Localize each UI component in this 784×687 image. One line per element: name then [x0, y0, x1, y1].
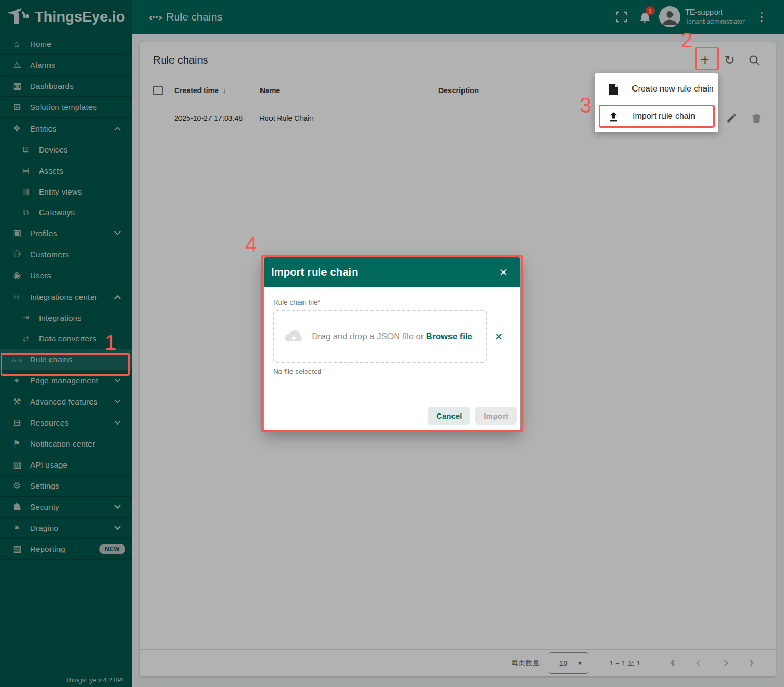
menu-item-create-new-rule-chain[interactable]: Create new rule chain — [595, 75, 718, 103]
no-file-selected-text: No file selected — [273, 368, 511, 376]
menu-item-label: Create new rule chain — [632, 84, 714, 94]
file-dropzone[interactable]: Drag and drop a JSON file or Browse file — [273, 310, 487, 363]
cancel-button[interactable]: Cancel — [428, 407, 470, 425]
file-icon — [609, 84, 618, 95]
dialog-header: Import rule chain ✕ — [264, 257, 520, 287]
rule-chain-file-label: Rule chain file* — [273, 298, 511, 306]
cloud-upload-icon — [283, 329, 305, 345]
dropzone-hint: Drag and drop a JSON file or — [311, 331, 424, 341]
import-button[interactable]: Import — [475, 407, 517, 425]
app-root: ThingsEye.io ⌂ Home ⚠ Alarms ▦ Dashboard… — [0, 0, 784, 687]
dialog-body: Rule chain file* Drag and drop a JSON fi… — [264, 287, 520, 376]
add-dropdown-menu: Create new rule chain Import rule chain — [595, 73, 718, 132]
menu-item-label: Import rule chain — [632, 112, 695, 121]
dropzone-text: Drag and drop a JSON file or Browse file — [305, 331, 479, 341]
file-input-row: Drag and drop a JSON file or Browse file… — [273, 310, 511, 363]
browse-file-link[interactable]: Browse file — [426, 331, 473, 341]
dialog-title: Import rule chain — [271, 266, 358, 278]
upload-icon — [609, 112, 618, 122]
close-icon[interactable]: ✕ — [496, 266, 511, 279]
menu-item-import-rule-chain[interactable]: Import rule chain — [595, 103, 718, 130]
import-rule-chain-dialog: Import rule chain ✕ Rule chain file* Dra… — [264, 257, 520, 430]
clear-file-icon[interactable]: ✕ — [487, 330, 511, 343]
dialog-footer: Cancel Import — [264, 401, 520, 430]
